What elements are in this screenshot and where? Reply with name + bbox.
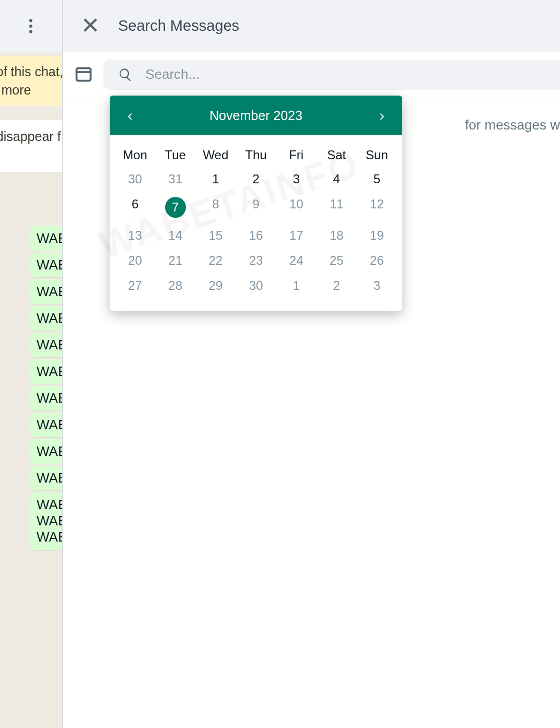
next-month-icon[interactable]: › (379, 107, 384, 124)
calendar-day: 25 (317, 248, 357, 273)
search-field[interactable] (103, 60, 560, 90)
search-toolbar (63, 52, 560, 97)
calendar-day[interactable]: 4 (317, 167, 357, 192)
calendar-header: ‹ November 2023 › (110, 96, 402, 135)
calendar-day: 22 (195, 248, 236, 273)
search-input[interactable] (144, 66, 560, 83)
calendar-day: 20 (115, 248, 155, 273)
message-text: WABetaInfo (37, 529, 62, 545)
message-bubble[interactable]: WABetaInfo06:01 (29, 306, 62, 331)
search-title: Search Messages (118, 17, 239, 34)
message-bubble[interactable]: WABetaInfo06:01 (29, 333, 62, 357)
calendar-day: 21 (155, 248, 195, 273)
calendar-day: 1 (276, 273, 317, 298)
disappearing-banner[interactable]: ages will disappear f kept. Click to cha… (0, 120, 63, 172)
calendar-dow: Sun (357, 145, 397, 167)
calendar-day: 14 (155, 223, 195, 248)
message-text: WABetaInfo (37, 417, 62, 433)
calendar-dow: Thu (236, 145, 276, 167)
message-text: WABetaInfo (37, 310, 62, 326)
svg-point-2 (29, 30, 32, 33)
calendar-day: 23 (236, 248, 276, 273)
message-bubble[interactable]: WABetaInfo06:01 (29, 359, 62, 384)
calendar-day[interactable]: 6 (115, 192, 155, 223)
calendar-dow: Wed (195, 145, 236, 167)
calendar-popover: ‹ November 2023 › MonTueWedThuFriSatSun3… (110, 96, 402, 311)
message-text: WABetaInfo (37, 284, 62, 300)
calendar-day: 27 (115, 273, 155, 298)
calendar-day: 16 (236, 223, 276, 248)
calendar-day: 24 (276, 248, 317, 273)
chat-pane: side of this chat, not even ck to learn … (0, 0, 63, 728)
calendar-day: 13 (115, 223, 155, 248)
calendar-day[interactable]: 3 (276, 167, 317, 192)
calendar-grid: MonTueWedThuFriSatSun3031123456789101112… (110, 135, 402, 311)
calendar-day: 19 (357, 223, 397, 248)
calendar-day: 9 (236, 192, 276, 223)
svg-rect-5 (76, 68, 90, 80)
svg-point-0 (29, 19, 32, 22)
calendar-day: 12 (357, 192, 397, 223)
calendar-dow: Sat (317, 145, 357, 167)
message-text: WABetaInfo (37, 513, 62, 529)
message-bubble[interactable]: WABetaInfo (29, 253, 62, 277)
calendar-day: 17 (276, 223, 317, 248)
calendar-day: 31 (155, 167, 195, 192)
calendar-day[interactable]: 2 (236, 167, 276, 192)
calendar-day[interactable]: 1 (195, 167, 236, 192)
close-icon[interactable] (81, 16, 99, 36)
calendar-day: 30 (236, 273, 276, 298)
calendar-dow: Tue (155, 145, 195, 167)
message-text: WABetaInfo (37, 363, 62, 380)
calendar-dow: Mon (115, 145, 155, 167)
calendar-icon[interactable] (74, 64, 93, 85)
calendar-title: November 2023 (209, 108, 302, 123)
calendar-day[interactable]: 5 (357, 167, 397, 192)
message-bubble[interactable]: WABetaInfo (29, 226, 62, 251)
message-text: WABetaInfo (37, 337, 62, 353)
message-text: WABetaInfo (37, 390, 62, 406)
message-list: WABetaInfoWABetaInfoWABetaInfo06:01WABet… (0, 172, 62, 728)
message-text: WABetaInfo (37, 497, 62, 513)
message-text: WABetaInfo (37, 470, 62, 486)
calendar-day: 15 (195, 223, 236, 248)
svg-point-1 (29, 25, 32, 28)
calendar-day: 29 (195, 273, 236, 298)
calendar-day: 26 (357, 248, 397, 273)
message-bubble[interactable]: WABetaInfo06:01 (29, 279, 62, 304)
calendar-day: 8 (195, 192, 236, 223)
message-bubble[interactable]: WABetaInfo06:01 (29, 386, 62, 410)
calendar-day[interactable]: 7 (155, 192, 195, 223)
message-bubble[interactable]: WABetaInfo06:01 (29, 413, 62, 437)
calendar-day: 11 (317, 192, 357, 223)
encryption-banner[interactable]: side of this chat, not even ck to learn … (0, 56, 63, 105)
message-text: WABetaInfo (37, 230, 62, 246)
message-bubble[interactable]: WABetaInfo06:01 (29, 439, 62, 464)
search-input-icon (118, 67, 133, 83)
message-text: WABetaInfo (37, 257, 62, 273)
calendar-day: 18 (317, 223, 357, 248)
prev-month-icon[interactable]: ‹ (127, 107, 133, 124)
chat-header (0, 0, 62, 52)
message-text: WABetaInfo (37, 443, 62, 460)
search-header: Search Messages (63, 0, 560, 52)
message-bubble[interactable]: WABetaInfo06:01 (29, 466, 62, 490)
calendar-day: 3 (357, 273, 397, 298)
calendar-day: 28 (155, 273, 195, 298)
calendar-day: 30 (115, 167, 155, 192)
more-icon[interactable] (21, 17, 40, 36)
search-hint: for messages w (465, 117, 560, 133)
calendar-dow: Fri (276, 145, 317, 167)
calendar-day: 10 (276, 192, 317, 223)
message-bubble[interactable]: WABetaInfoWABetaInfoWABetaInfo (29, 492, 62, 550)
calendar-day: 2 (317, 273, 357, 298)
